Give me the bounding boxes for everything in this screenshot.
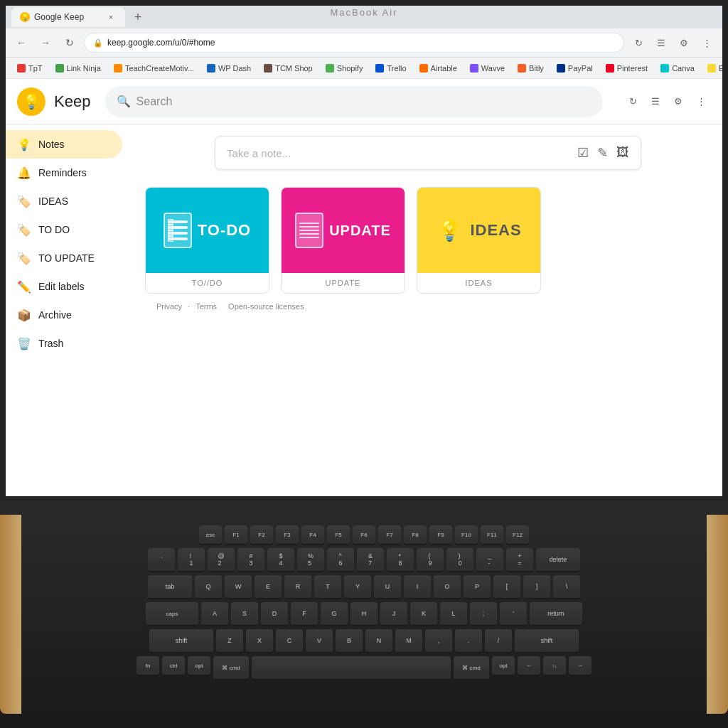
- key-7[interactable]: &7: [357, 548, 384, 572]
- note-input-area[interactable]: Take a note... ☑ ✎ 🖼: [215, 136, 641, 170]
- key-return[interactable]: return: [530, 602, 582, 626]
- key-b[interactable]: B: [336, 629, 363, 653]
- key-i[interactable]: I: [404, 575, 431, 599]
- bookmark-item[interactable]: Bitly: [512, 60, 550, 76]
- key-backslash[interactable]: \: [553, 575, 580, 599]
- key-h[interactable]: H: [350, 602, 378, 626]
- key-4[interactable]: $4: [267, 548, 294, 572]
- key-f2[interactable]: F2: [250, 525, 273, 545]
- key-f11[interactable]: F11: [481, 525, 503, 545]
- checkbox-icon[interactable]: ☑: [577, 145, 589, 161]
- key-1[interactable]: !1: [178, 548, 205, 572]
- sidebar-item-trash[interactable]: 🗑️Trash: [6, 329, 122, 358]
- key-6[interactable]: ^6: [327, 548, 354, 572]
- key-x[interactable]: X: [246, 629, 273, 653]
- key-tab[interactable]: tab: [148, 575, 192, 599]
- footer-licenses[interactable]: Open-source licenses: [228, 302, 304, 311]
- key-slash[interactable]: /: [485, 629, 512, 653]
- sidebar-item-to-update[interactable]: 🏷️TO UPDATE: [6, 244, 122, 272]
- key-shift-right[interactable]: shift: [515, 629, 579, 653]
- key-ctrl[interactable]: ctrl: [162, 656, 185, 676]
- key-f7[interactable]: F7: [378, 525, 401, 545]
- key-u[interactable]: U: [374, 575, 401, 599]
- sidebar-item-edit-labels[interactable]: ✏️Edit labels: [6, 272, 122, 301]
- key-minus[interactable]: _-: [476, 548, 503, 572]
- key-9[interactable]: (9: [417, 548, 444, 572]
- key-p[interactable]: P: [464, 575, 491, 599]
- key-r[interactable]: R: [284, 575, 311, 599]
- key-8[interactable]: *8: [387, 548, 414, 572]
- key-q[interactable]: Q: [195, 575, 222, 599]
- footer-privacy[interactable]: Privacy: [156, 302, 182, 311]
- key-f10[interactable]: F10: [455, 525, 478, 545]
- bookmark-item[interactable]: Wavve: [464, 60, 510, 76]
- key-m[interactable]: M: [395, 629, 422, 653]
- bookmark-item[interactable]: Canva: [655, 60, 700, 76]
- key-f[interactable]: F: [291, 602, 318, 626]
- gear-icon[interactable]: ⚙: [674, 33, 694, 53]
- key-f5[interactable]: F5: [327, 525, 350, 545]
- note-card-update[interactable]: UPDATE UPDATE: [281, 187, 405, 294]
- bookmark-item[interactable]: PayPal: [551, 60, 599, 76]
- note-card-todo[interactable]: TO-DO TO//DO: [145, 187, 269, 294]
- list-icon[interactable]: ☰: [651, 33, 671, 53]
- pen-icon[interactable]: ✎: [597, 145, 608, 161]
- key-opt-right[interactable]: opt: [492, 656, 515, 676]
- key-f6[interactable]: F6: [353, 525, 375, 545]
- key-d[interactable]: D: [261, 602, 288, 626]
- apps-button[interactable]: ⋮: [691, 92, 711, 112]
- key-fn[interactable]: fn: [136, 656, 159, 676]
- bookmark-item[interactable]: Airtable: [414, 60, 463, 76]
- key-k[interactable]: K: [410, 602, 437, 626]
- key-period[interactable]: .: [455, 629, 482, 653]
- key-f1[interactable]: F1: [225, 525, 247, 545]
- sidebar-item-archive[interactable]: 📦Archive: [6, 301, 122, 329]
- key-e[interactable]: E: [255, 575, 282, 599]
- key-cmd-left[interactable]: ⌘ cmd: [213, 656, 249, 680]
- bookmark-item[interactable]: WP Dash: [201, 60, 257, 76]
- key-s[interactable]: S: [231, 602, 258, 626]
- key-backtick[interactable]: `: [148, 548, 175, 572]
- key-comma[interactable]: ,: [425, 629, 452, 653]
- note-card-ideas[interactable]: 💡 IDEAS IDEAS: [417, 187, 541, 294]
- key-f4[interactable]: F4: [301, 525, 324, 545]
- key-right[interactable]: →: [569, 656, 592, 676]
- bookmark-item[interactable]: TCM Shop: [258, 60, 318, 76]
- key-l[interactable]: L: [440, 602, 467, 626]
- key-y[interactable]: Y: [344, 575, 371, 599]
- image-icon[interactable]: 🖼: [616, 145, 629, 161]
- key-delete[interactable]: delete: [536, 548, 580, 572]
- key-shift-left[interactable]: shift: [149, 629, 213, 653]
- key-f3[interactable]: F3: [276, 525, 299, 545]
- key-3[interactable]: #3: [237, 548, 264, 572]
- tab-close-button[interactable]: ×: [105, 11, 117, 23]
- key-2[interactable]: @2: [208, 548, 235, 572]
- key-w[interactable]: W: [225, 575, 252, 599]
- footer-terms[interactable]: Terms: [196, 302, 217, 311]
- bookmark-item[interactable]: Pinterest: [600, 60, 653, 76]
- key-caps[interactable]: caps: [146, 602, 198, 626]
- key-space[interactable]: [252, 656, 451, 680]
- key-semicolon[interactable]: ;: [470, 602, 497, 626]
- sidebar-item-reminders[interactable]: 🔔Reminders: [6, 159, 122, 187]
- address-bar[interactable]: 🔒 keep.google.com/u/0/#home: [84, 33, 624, 53]
- key-rbracket[interactable]: ]: [523, 575, 550, 599]
- key-cmd-right[interactable]: ⌘ cmd: [454, 656, 489, 680]
- key-equals[interactable]: +=: [506, 548, 533, 572]
- bookmark-item[interactable]: TpT: [11, 60, 48, 76]
- back-button[interactable]: ←: [11, 33, 31, 53]
- key-f9[interactable]: F9: [429, 525, 452, 545]
- grid-view-button[interactable]: ☰: [646, 92, 665, 112]
- key-5[interactable]: %5: [297, 548, 324, 572]
- bookmark-item[interactable]: Trello: [370, 60, 412, 76]
- settings-button[interactable]: ⚙: [668, 92, 688, 112]
- key-a[interactable]: A: [201, 602, 228, 626]
- active-tab[interactable]: 💡 Google Keep ×: [11, 7, 125, 27]
- key-f8[interactable]: F8: [404, 525, 427, 545]
- key-f12[interactable]: F12: [506, 525, 529, 545]
- key-opt-left[interactable]: opt: [188, 656, 210, 676]
- bookmark-item[interactable]: Emojis: [702, 60, 722, 76]
- key-n[interactable]: N: [365, 629, 392, 653]
- key-j[interactable]: J: [380, 602, 407, 626]
- key-z[interactable]: Z: [216, 629, 243, 653]
